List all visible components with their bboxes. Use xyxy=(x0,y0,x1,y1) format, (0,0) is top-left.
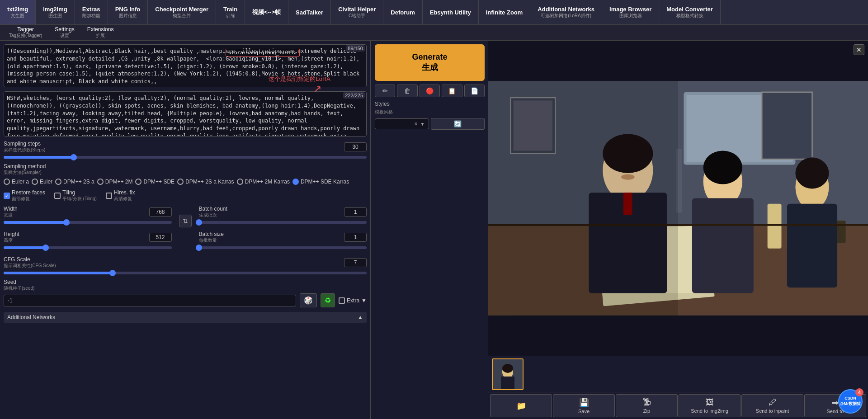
width-thumb[interactable] xyxy=(63,219,70,226)
restore-faces-checkbox[interactable]: ✓ Restore faces 面部修复 xyxy=(4,189,45,202)
nav-settings[interactable]: Settings 设置 xyxy=(49,24,80,41)
nav-extensions[interactable]: Extensions 扩展 xyxy=(82,24,119,41)
nav-video[interactable]: 视频<-->帧 xyxy=(245,0,288,24)
batch-count-slider[interactable] xyxy=(199,221,367,224)
styles-apply-button[interactable]: 🔄 xyxy=(431,118,485,130)
batch-count-track[interactable] xyxy=(199,221,367,224)
nav-additional-sub: 可选附加网络(LoRA插件) xyxy=(541,13,591,19)
seed-random-button[interactable]: 🎲 xyxy=(300,293,317,307)
cfg-scale-value[interactable]: 7 xyxy=(344,258,367,267)
sampler-dpm2sa-radio[interactable] xyxy=(55,179,61,185)
sampler-dpmsde[interactable]: DPM++ SDE xyxy=(135,179,175,185)
sampler-dpm2m-radio[interactable] xyxy=(97,179,104,185)
swap-dimensions-container: ⇅ xyxy=(179,206,192,227)
sampler-euler[interactable]: Euler xyxy=(32,179,52,185)
hires-fix-checkbox[interactable]: Hires. fix 高清修复 xyxy=(106,189,135,202)
seed-input[interactable] xyxy=(4,295,296,306)
batch-size-slider[interactable] xyxy=(199,246,367,249)
styles-dropdown-arrow[interactable]: ▼ xyxy=(420,122,425,127)
style-flag-button[interactable]: 🔴 xyxy=(420,85,440,97)
nav-civitai[interactable]: Civitai Helper C站助手 xyxy=(331,0,383,24)
height-thumb[interactable] xyxy=(42,245,49,251)
thumbnail-0[interactable] xyxy=(492,358,524,390)
positive-prompt-textarea[interactable]: ((Descending)),Medieval,Abstract,Black h… xyxy=(4,44,367,87)
height-sublabel: 高度 xyxy=(4,237,19,244)
nav-model-converter[interactable]: Model Converter 模型格式转换 xyxy=(659,0,721,24)
cfg-scale-slider[interactable] xyxy=(4,272,367,274)
sampler-dpmsde-radio[interactable] xyxy=(135,179,142,185)
negative-prompt-textarea[interactable]: NSFW,sketches, (worst quality:2), (low q… xyxy=(4,91,367,137)
seed-extra-box[interactable] xyxy=(339,297,345,304)
nav-txt2img[interactable]: txt2img 文生图 xyxy=(0,0,36,24)
tiling-box[interactable] xyxy=(54,193,61,199)
sampler-euler-a[interactable]: Euler a xyxy=(4,179,29,185)
nav-deforum[interactable]: Deforum xyxy=(383,0,422,24)
sampler-dpmsdekarras-radio[interactable] xyxy=(292,179,299,185)
sampling-steps-slider[interactable] xyxy=(4,156,367,159)
sampler-euler-a-radio[interactable] xyxy=(4,179,10,185)
nav-infinite-zoom-main: Infinite Zoom xyxy=(486,9,523,16)
style-edit-button[interactable]: ✏ xyxy=(375,85,395,97)
image-action-send-img2img[interactable]: 🖼 Send to img2img xyxy=(679,394,741,417)
nav-additional-networks[interactable]: Additional Networks 可选附加网络(LoRA插件) xyxy=(530,0,602,24)
nav-train[interactable]: Train 训练 xyxy=(216,0,245,24)
nav-image-browser[interactable]: Image Browser 图库浏览器 xyxy=(602,0,659,24)
nav-deforum-main: Deforum xyxy=(391,9,415,16)
image-close-button[interactable]: ✕ xyxy=(854,44,864,55)
height-value[interactable]: 512 xyxy=(149,233,172,242)
batch-count-value[interactable]: 1 xyxy=(344,207,367,217)
cfg-scale-track[interactable] xyxy=(4,272,367,274)
image-action-folder[interactable]: 📁 xyxy=(490,394,552,417)
nav-ebsynth[interactable]: Ebsynth Utility xyxy=(423,0,479,24)
nav-tagger[interactable]: Tagger Tag反推(Tagger) xyxy=(4,24,47,41)
width-slider[interactable] xyxy=(4,221,172,224)
style-paste-button[interactable]: 📄 xyxy=(464,85,485,97)
batch-size-thumb[interactable] xyxy=(196,245,202,251)
batch-size-track[interactable] xyxy=(199,246,367,249)
seed-recycle-button[interactable]: ♻ xyxy=(321,293,335,307)
sampler-dpm2mkarras-radio[interactable] xyxy=(237,179,243,185)
nav-checkpoint-merger[interactable]: Checkpoint Merger 模型合并 xyxy=(148,0,216,24)
nav-png-info[interactable]: PNG Info 图片信息 xyxy=(108,0,148,24)
width-value[interactable]: 768 xyxy=(149,207,172,217)
nav-sadtalker[interactable]: SadTalker xyxy=(288,0,331,24)
nav-extras[interactable]: Extras 附加功能 xyxy=(75,0,108,24)
swap-dimensions-button[interactable]: ⇅ xyxy=(179,215,192,227)
styles-dropdown-clear[interactable]: × xyxy=(415,121,418,127)
hires-fix-box[interactable] xyxy=(106,193,112,199)
nav-infinite-zoom[interactable]: Infinite Zoom xyxy=(479,0,531,24)
tiling-checkbox[interactable]: Tiling 平铺/分块 (Tiling) xyxy=(54,189,97,202)
image-action-send-inpaint[interactable]: 🖊 Send to inpaint xyxy=(741,394,803,417)
sampling-steps-value[interactable]: 30 xyxy=(344,142,367,151)
generate-button[interactable]: Generate生成 xyxy=(375,44,485,81)
csdn-badge[interactable]: 4 CSDN@Mr数据猿 xyxy=(838,389,863,414)
cfg-scale-thumb[interactable] xyxy=(109,270,116,276)
height-track[interactable] xyxy=(4,246,172,249)
sampler-euler-radio[interactable] xyxy=(32,179,38,185)
width-track[interactable] xyxy=(4,221,172,224)
style-trash-button[interactable]: 🗑 xyxy=(397,85,417,97)
sampler-dpm2sakarras-radio[interactable] xyxy=(177,179,184,185)
sampler-dpm2m[interactable]: DPM++ 2M xyxy=(97,179,133,185)
batch-size-value[interactable]: 1 xyxy=(344,233,367,242)
sampling-steps-thumb[interactable] xyxy=(71,154,77,160)
nav-extensions-main: Extensions xyxy=(87,26,114,33)
nav-model-converter-main: Model Converter xyxy=(666,6,713,13)
image-action-save[interactable]: 💾 Save xyxy=(553,394,615,417)
styles-dropdown[interactable]: × ▼ xyxy=(375,118,429,129)
batch-count-labels: Batch count 生成批次 xyxy=(199,206,227,218)
nav-img2img[interactable]: img2img 图生图 xyxy=(36,0,75,24)
batch-count-thumb[interactable] xyxy=(196,219,202,226)
height-slider[interactable] xyxy=(4,246,172,249)
nav-txt2img-main: txt2img xyxy=(7,6,28,13)
style-copy-button[interactable]: 📋 xyxy=(442,85,462,97)
sampler-dpm2sa[interactable]: DPM++ 2S a xyxy=(55,179,94,185)
cfg-scale-row: CFG Scale 提示词相关性(CFG Scale) 7 xyxy=(4,256,367,269)
sampler-dpm2mkarras[interactable]: DPM++ 2M Karras xyxy=(237,179,290,185)
sampler-dpmsdekarras[interactable]: DPM++ SDE Karras xyxy=(292,179,349,185)
image-action-zip[interactable]: 🗜 Zip xyxy=(616,394,678,417)
sampling-steps-track[interactable] xyxy=(4,156,367,159)
additional-networks-header[interactable]: Additional Networks ▲ xyxy=(4,312,367,323)
sampler-dpm2sakarras[interactable]: DPM++ 2S a Karras xyxy=(177,179,234,185)
restore-faces-box[interactable]: ✓ xyxy=(4,193,10,199)
